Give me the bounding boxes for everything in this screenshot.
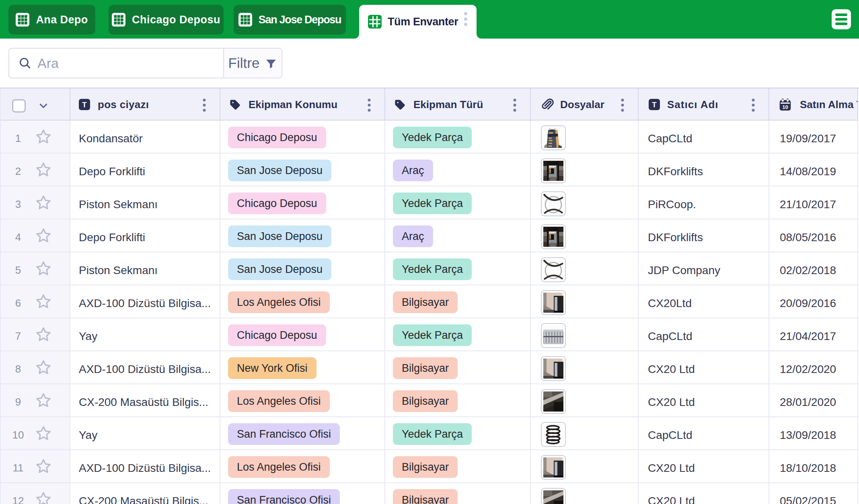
svg-text:10: 10 xyxy=(782,104,788,110)
svg-text:T: T xyxy=(82,100,87,109)
svg-text:T: T xyxy=(652,100,657,109)
